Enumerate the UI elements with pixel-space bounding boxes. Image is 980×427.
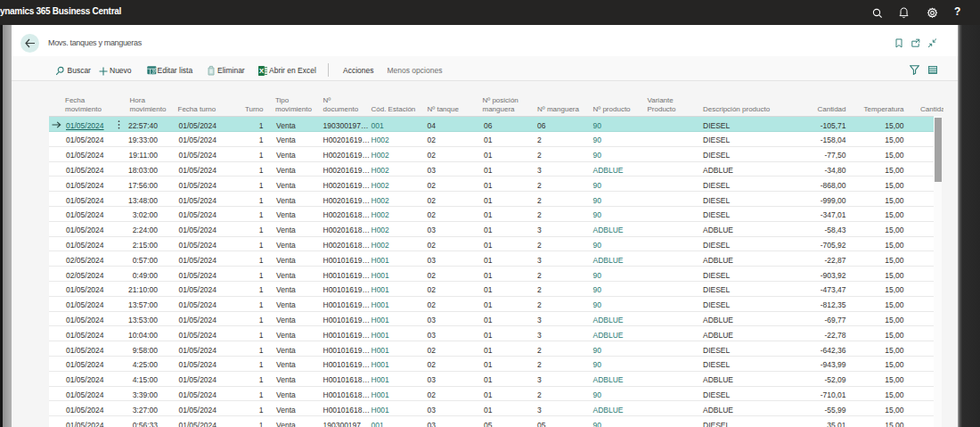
svg-text:X: X	[258, 67, 264, 75]
